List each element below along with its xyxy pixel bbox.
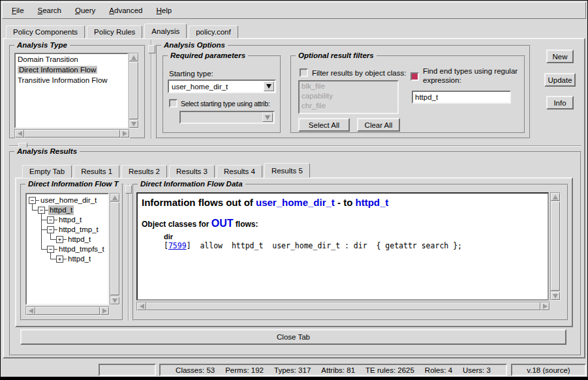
results-tab-results-1[interactable]: Results 1 <box>74 165 119 178</box>
scroll-down-icon[interactable] <box>551 292 560 300</box>
analysis-options-title: Analysis Options <box>161 41 228 49</box>
tab-policy-rules[interactable]: Policy Rules <box>87 25 142 38</box>
clear-all-button[interactable]: Clear All <box>357 118 400 132</box>
tree-data-sash-line <box>128 184 129 321</box>
stat-classes: Classes: 53 <box>176 366 215 374</box>
close-tab-button[interactable]: Close Tab <box>20 329 566 345</box>
object-class-checkbox-label[interactable]: Filter results by object class: <box>312 69 406 77</box>
tab-analysis[interactable]: Analysis <box>144 23 187 38</box>
scroll-left-icon[interactable] <box>15 130 24 138</box>
tree-data-sash-grip[interactable] <box>125 185 132 194</box>
menu-query[interactable]: Query <box>70 5 101 16</box>
collapse-icon[interactable]: − <box>47 226 54 233</box>
optional-filters-title: Optional result filters <box>296 51 377 59</box>
scroll-down-icon[interactable] <box>129 120 138 128</box>
tree-node-httpd-t[interactable]: httpd_t <box>57 215 83 225</box>
results-tab-empty-tab[interactable]: Empty Tab <box>22 165 72 178</box>
analysis-type-item-direct-information-flow[interactable]: Direct Information Flow <box>16 65 127 75</box>
info-button[interactable]: Info <box>546 96 574 110</box>
analysis-type-hscrollbar[interactable] <box>14 129 130 138</box>
tree-node-httpd-tmp-t[interactable]: httpd_tmp_t <box>57 225 100 235</box>
scroll-thumb[interactable] <box>110 202 119 295</box>
collapse-icon[interactable]: − <box>38 207 45 214</box>
top-sash-grip[interactable] <box>148 45 155 53</box>
flow-direction: OUT <box>211 218 234 229</box>
tree-node-httpd-t[interactable]: httpd_t <box>67 254 92 264</box>
stat-perms: Perms: 192 <box>225 366 264 374</box>
regex-checkbox[interactable] <box>410 72 419 81</box>
select-all-button[interactable]: Select All <box>298 118 350 132</box>
expand-icon[interactable]: + <box>56 256 63 263</box>
tree-node-user-home-dir-t[interactable]: user_home_dir_t <box>39 196 98 205</box>
analysis-type-item-domain-transition[interactable]: Domain Transition <box>16 54 127 65</box>
tab-policy-components[interactable]: Policy Components <box>6 25 85 38</box>
scroll-thumb[interactable] <box>35 307 100 315</box>
scroll-thumb[interactable] <box>129 62 138 119</box>
menu-search[interactable]: Search <box>33 5 67 16</box>
tab-policy-conf[interactable]: policy.conf <box>189 25 238 38</box>
analysis-results-title: Analysis Results <box>14 147 80 155</box>
tree-connector-line <box>33 210 38 211</box>
regex-checkbox-label-line2[interactable]: expression: <box>423 76 461 84</box>
flow-data-text: Information flows out of user_home_dir_t… <box>136 192 549 300</box>
scroll-right-icon[interactable] <box>100 307 109 315</box>
chevron-down-icon[interactable] <box>264 81 274 91</box>
attrib-combobox[interactable] <box>179 111 275 124</box>
menu-help[interactable]: Help <box>151 5 177 16</box>
collapse-icon[interactable]: − <box>47 246 54 253</box>
menu-advanced[interactable]: Advanced <box>104 5 147 16</box>
analysis-type-vscrollbar[interactable] <box>129 53 139 128</box>
status-box-empty <box>99 364 156 376</box>
flow-tree: −user_home_dir_t−httpd_t−httpd_t−httpd_t… <box>27 194 108 304</box>
object-class-item-capability: capability <box>300 91 397 101</box>
scroll-right-icon[interactable] <box>120 130 129 138</box>
results-tab-results-3[interactable]: Results 3 <box>169 165 215 178</box>
flow-tree-vscrollbar[interactable] <box>110 193 120 305</box>
flow-data-title: Direct Information Flow Data <box>138 180 245 188</box>
regex-input[interactable] <box>412 91 511 104</box>
scroll-left-icon[interactable] <box>26 307 35 315</box>
tree-node-httpd-tmpfs-t[interactable]: httpd_tmpfs_t <box>57 244 106 254</box>
starting-type-combobox[interactable]: user_home_dir_t <box>168 80 276 93</box>
scroll-down-icon[interactable] <box>110 297 119 304</box>
tree-node-httpd-t[interactable]: httpd_t <box>48 205 74 215</box>
analysis-type-item-transitive-information-flow[interactable]: Transitive Information Flow <box>16 75 127 85</box>
attrib-checkbox-label[interactable]: Select starting type using attrib: <box>181 100 270 108</box>
scroll-up-icon[interactable] <box>551 193 560 201</box>
results-tab-results-2[interactable]: Results 2 <box>121 165 167 178</box>
flow-data-hscrollbar[interactable] <box>136 302 550 311</box>
update-button[interactable]: Update <box>544 73 576 87</box>
collapse-icon[interactable]: − <box>29 197 36 204</box>
results-tab-results-4[interactable]: Results 4 <box>217 165 262 178</box>
chevron-down-icon[interactable] <box>262 113 273 122</box>
main-tab-bar: Policy ComponentsPolicy RulesAnalysispol… <box>6 23 240 38</box>
tree-connector-line <box>51 259 56 259</box>
new-button[interactable]: New <box>546 50 574 63</box>
window-bottom-border <box>1 377 587 379</box>
flow-heading: Information flows out of user_home_dir_t… <box>142 197 544 208</box>
scroll-thumb[interactable] <box>146 302 540 310</box>
tree-connector-line <box>42 229 47 230</box>
object-class-name: dir <box>164 233 544 241</box>
flow-data-vscrollbar[interactable] <box>550 192 561 300</box>
attrib-checkbox[interactable] <box>169 99 178 108</box>
scroll-left-icon[interactable] <box>137 302 146 310</box>
scroll-up-icon[interactable] <box>129 53 138 61</box>
collapse-icon[interactable]: − <box>47 216 54 224</box>
menu-file[interactable]: File <box>7 5 29 16</box>
regex-checkbox-label-line1[interactable]: Find end types using regular <box>423 67 518 75</box>
flow-tree-hscrollbar[interactable] <box>25 306 110 315</box>
tree-node-httpd-t[interactable]: httpd_t <box>67 235 92 244</box>
tree-connector-line <box>42 249 47 250</box>
expand-icon[interactable]: + <box>56 236 63 243</box>
starting-type-value: user_home_dir_t <box>172 83 228 91</box>
rule-id-link[interactable]: 7599 <box>168 241 187 250</box>
scroll-thumb[interactable] <box>551 201 560 291</box>
scroll-right-icon[interactable] <box>540 302 549 310</box>
results-tab-results-5[interactable]: Results 5 <box>264 163 310 178</box>
object-class-checkbox[interactable] <box>300 68 308 77</box>
scroll-thumb[interactable] <box>24 130 120 138</box>
object-class-list: blk_filecapabilitychr_file <box>298 80 399 114</box>
scroll-up-icon[interactable] <box>110 194 119 201</box>
object-classes-heading: Object classes for OUT flows: <box>142 218 544 229</box>
